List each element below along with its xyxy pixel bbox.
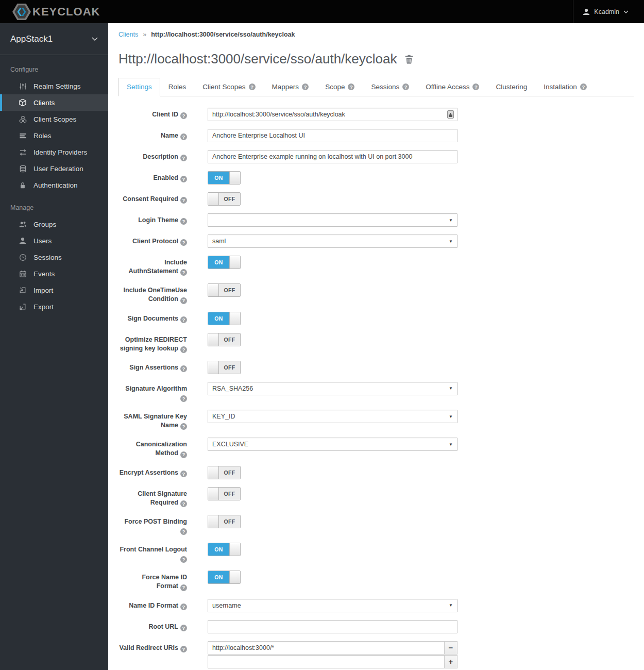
- help-icon[interactable]: ?: [402, 83, 409, 90]
- help-icon[interactable]: ?: [180, 584, 187, 591]
- form-row-login-theme: Login Theme? ▼: [118, 213, 634, 227]
- sidebar-item-authentication[interactable]: Authentication: [0, 177, 108, 193]
- name-id-format-select[interactable]: username▼: [208, 599, 457, 612]
- sidebar-item-label: Groups: [33, 221, 56, 228]
- client-protocol-select[interactable]: saml▼: [208, 234, 457, 248]
- tab-roles[interactable]: Roles: [160, 78, 195, 96]
- sidebar-item-identity-providers[interactable]: Identity Providers: [0, 144, 108, 160]
- help-icon[interactable]: ?: [348, 83, 354, 90]
- sidebar-item-clients[interactable]: Clients: [0, 94, 108, 111]
- name-input[interactable]: [208, 129, 457, 142]
- add-uri-button[interactable]: +: [444, 655, 457, 668]
- form-row-client-signature-required: Client Signature Required? OFF: [118, 487, 634, 507]
- form-row-description: Description?: [118, 150, 634, 163]
- help-icon[interactable]: ?: [180, 346, 187, 353]
- help-icon[interactable]: ?: [180, 218, 187, 225]
- help-icon[interactable]: ?: [180, 471, 187, 477]
- enabled-toggle[interactable]: ON: [208, 171, 241, 185]
- description-input[interactable]: [208, 150, 457, 163]
- form-row-sign-assertions: Sign Assertions? OFF: [118, 361, 634, 374]
- help-icon[interactable]: ?: [180, 176, 187, 182]
- sign-assertions-toggle[interactable]: OFF: [208, 361, 241, 374]
- help-icon[interactable]: ?: [180, 269, 187, 276]
- client-id-input[interactable]: [208, 108, 457, 121]
- user-menu[interactable]: Kcadmin: [573, 0, 644, 23]
- tab-scope[interactable]: Scope?: [317, 78, 363, 96]
- help-icon[interactable]: ?: [180, 556, 187, 563]
- sidebar-item-user-federation[interactable]: User Federation: [0, 160, 108, 177]
- field-label: SAML Signature Key Name: [124, 413, 187, 429]
- field-label: Include AuthnStatement: [128, 259, 187, 275]
- canonicalization-method-select[interactable]: EXCLUSIVE▼: [208, 438, 457, 451]
- sidebar-item-import[interactable]: Import: [0, 282, 108, 298]
- front-channel-logout-toggle[interactable]: ON: [208, 543, 241, 556]
- sidebar-item-events[interactable]: Events: [0, 265, 108, 282]
- help-icon[interactable]: ?: [180, 197, 187, 204]
- autofill-icon[interactable]: [447, 110, 454, 119]
- tab-clustering[interactable]: Clustering: [487, 78, 535, 96]
- include-authnstatement-toggle[interactable]: ON: [208, 256, 241, 269]
- encrypt-assertions-toggle[interactable]: OFF: [208, 466, 241, 479]
- tab-installation[interactable]: Installation?: [535, 78, 595, 96]
- help-icon[interactable]: ?: [180, 423, 187, 430]
- force-post-binding-toggle[interactable]: OFF: [208, 515, 241, 528]
- delete-client-button[interactable]: [405, 55, 413, 64]
- help-icon[interactable]: ?: [302, 83, 309, 90]
- saml-signature-key-name-select[interactable]: KEY_ID▼: [208, 410, 457, 423]
- form-row-enabled: Enabled? ON: [118, 171, 634, 185]
- valid-redirect-uri-input[interactable]: [208, 655, 445, 668]
- help-icon[interactable]: ?: [180, 451, 187, 458]
- help-icon[interactable]: ?: [180, 646, 187, 652]
- optimize-redirect-toggle[interactable]: OFF: [208, 333, 241, 346]
- help-icon[interactable]: ?: [180, 500, 187, 507]
- field-label: Root URL: [148, 623, 178, 630]
- client-signature-required-toggle[interactable]: OFF: [208, 487, 241, 500]
- help-icon[interactable]: ?: [180, 133, 187, 140]
- help-icon[interactable]: ?: [180, 297, 187, 304]
- tab-client-scopes[interactable]: Client Scopes?: [194, 78, 263, 96]
- tab-mappers[interactable]: Mappers?: [264, 78, 317, 96]
- help-icon[interactable]: ?: [180, 528, 187, 535]
- include-onetimeuse-toggle[interactable]: OFF: [208, 283, 241, 297]
- sidebar-item-users[interactable]: Users: [0, 232, 108, 249]
- field-label: Force POST Binding: [124, 518, 187, 525]
- sidebar-item-roles[interactable]: Roles: [0, 127, 108, 144]
- sidebar-item-realm-settings[interactable]: Realm Settings: [0, 78, 108, 94]
- help-icon[interactable]: ?: [180, 625, 187, 631]
- keycloak-logo[interactable]: KEYCLOAK: [0, 4, 100, 20]
- export-icon: [19, 303, 27, 311]
- realm-selector[interactable]: AppStack1: [0, 23, 108, 55]
- user-icon: [19, 237, 27, 245]
- chevron-down-icon: [92, 37, 98, 41]
- toggle-handle: [208, 466, 219, 479]
- consent-required-toggle[interactable]: OFF: [208, 192, 241, 206]
- root-url-input[interactable]: [208, 620, 457, 633]
- help-icon[interactable]: ?: [580, 83, 587, 90]
- help-icon[interactable]: ?: [180, 365, 187, 372]
- help-icon[interactable]: ?: [180, 239, 187, 246]
- help-icon[interactable]: ?: [180, 395, 187, 402]
- sign-documents-toggle[interactable]: ON: [208, 312, 241, 325]
- help-icon[interactable]: ?: [180, 316, 187, 323]
- tab-settings[interactable]: Settings: [118, 78, 160, 96]
- sidebar-item-label: Events: [33, 270, 55, 278]
- login-theme-select[interactable]: ▼: [208, 213, 457, 227]
- help-icon[interactable]: ?: [472, 83, 479, 90]
- sidebar-item-client-scopes[interactable]: Client Scopes: [0, 111, 108, 127]
- breadcrumb-clients-link[interactable]: Clients: [118, 31, 138, 38]
- help-icon[interactable]: ?: [180, 155, 187, 161]
- remove-uri-button[interactable]: −: [444, 641, 457, 655]
- valid-redirect-uri-input[interactable]: [208, 641, 445, 655]
- help-icon[interactable]: ?: [180, 604, 187, 610]
- tab-offline-access[interactable]: Offline Access?: [417, 78, 487, 96]
- signature-algorithm-select[interactable]: RSA_SHA256▼: [208, 382, 457, 395]
- help-icon[interactable]: ?: [249, 83, 256, 90]
- help-icon[interactable]: ?: [180, 112, 187, 119]
- force-name-id-format-toggle[interactable]: ON: [208, 571, 241, 584]
- database-icon: [19, 164, 27, 173]
- sidebar-item-sessions[interactable]: Sessions: [0, 249, 108, 265]
- sidebar-item-export[interactable]: Export: [0, 298, 108, 315]
- section-title-manage: Manage: [0, 193, 108, 216]
- sidebar-item-groups[interactable]: Groups: [0, 216, 108, 232]
- tab-sessions[interactable]: Sessions?: [363, 78, 417, 96]
